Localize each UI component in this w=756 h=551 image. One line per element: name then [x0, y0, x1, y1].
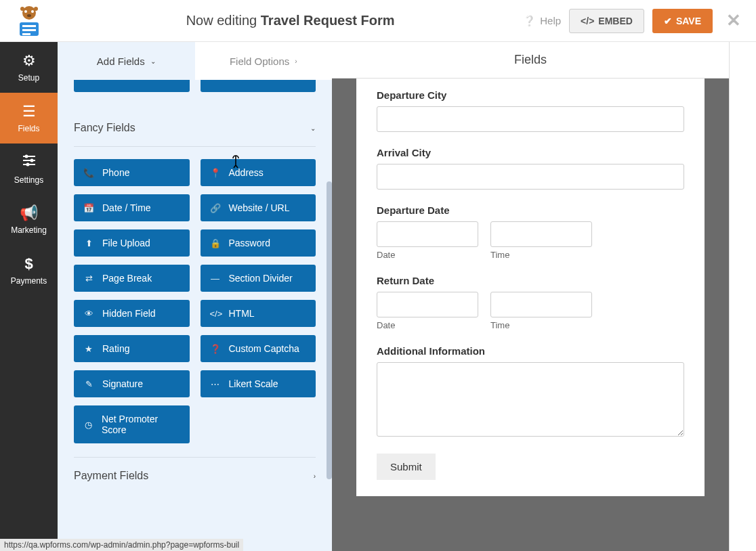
input-return-date[interactable]: [377, 292, 478, 317]
field-html[interactable]: </>HTML: [201, 300, 316, 327]
ellipsis-icon: ⋯: [210, 379, 221, 389]
field-upload[interactable]: ⬆File Upload: [74, 229, 190, 257]
sublabel-time: Time: [490, 320, 592, 330]
input-departure-time[interactable]: [490, 221, 592, 247]
gear-icon: ⚙: [22, 52, 36, 70]
phone-icon: 📞: [83, 168, 94, 178]
field-departure-city[interactable]: Departure City: [377, 89, 684, 132]
svg-point-4: [20, 7, 24, 11]
label-arrival-city: Arrival City: [377, 147, 684, 158]
tab-add-fields[interactable]: Add Fields ⌄: [58, 42, 195, 80]
nav-payments[interactable]: $ Payments: [0, 245, 58, 296]
pagebreak-icon: ⇄: [83, 273, 94, 284]
save-button[interactable]: ✔ SAVE: [652, 9, 713, 33]
scrollbar-track[interactable]: [327, 181, 332, 537]
eye-slash-icon: 👁: [83, 309, 94, 319]
svg-point-2: [31, 10, 34, 13]
list-icon: ☰: [22, 103, 36, 120]
right-edge: [729, 42, 756, 551]
svg-point-5: [34, 7, 38, 11]
field-datetime[interactable]: 📅Date / Time: [74, 194, 190, 221]
field-phone[interactable]: 📞Phone: [74, 159, 190, 186]
label-departure-date: Departure Date: [377, 204, 684, 216]
field-hidden[interactable]: 👁Hidden Field: [74, 300, 190, 327]
field-likert[interactable]: ⋯Likert Scale: [201, 370, 316, 397]
input-departure-date[interactable]: [377, 221, 478, 247]
label-return-date: Return Date: [377, 275, 684, 286]
chevron-down-icon: ⌄: [310, 125, 316, 132]
status-bar: https://qa.wpforms.com/wp-admin/admin.ph…: [0, 539, 243, 551]
field-section[interactable]: —Section Divider: [201, 265, 316, 292]
nav-setup[interactable]: ⚙ Setup: [0, 42, 58, 93]
svg-point-14: [30, 159, 33, 162]
gauge-icon: ◷: [83, 420, 93, 430]
nav-settings[interactable]: Settings: [0, 144, 58, 194]
link-icon: 🔗: [210, 203, 221, 213]
svg-point-1: [24, 10, 27, 13]
pencil-icon: ✎: [83, 379, 94, 389]
section-payment-fields[interactable]: Payment Fields ›: [74, 457, 316, 494]
svg-point-13: [24, 155, 28, 158]
label-additional-info: Additional Information: [377, 345, 684, 357]
main-header: Fields: [332, 42, 729, 79]
svg-rect-9: [22, 33, 30, 35]
input-arrival-city[interactable]: [377, 164, 684, 190]
nav-fields[interactable]: ☰ Fields: [0, 93, 58, 144]
app-logo: [0, 0, 58, 42]
sublabel-date: Date: [377, 250, 478, 260]
upload-icon: ⬆: [83, 238, 94, 248]
calendar-icon: 📅: [83, 203, 94, 213]
field-return-date[interactable]: Return Date Date Time: [377, 275, 684, 330]
textarea-additional-info[interactable]: [377, 362, 684, 437]
bullhorn-icon: 📢: [20, 204, 38, 222]
section-fancy-fields[interactable]: Fancy Fields ⌄: [74, 110, 316, 147]
field-additional-info[interactable]: Additional Information: [377, 345, 684, 439]
input-departure-city[interactable]: [377, 106, 684, 132]
svg-rect-7: [22, 25, 36, 27]
field-pill[interactable]: [74, 80, 190, 92]
field-rating[interactable]: ★Rating: [74, 335, 190, 362]
question-icon: ❓: [210, 344, 221, 354]
field-pagebreak[interactable]: ⇄Page Break: [74, 265, 190, 292]
sliders-icon: [22, 153, 37, 172]
input-return-time[interactable]: [490, 292, 592, 317]
code-icon: </>: [210, 309, 221, 319]
check-icon: ✔: [664, 16, 672, 26]
field-arrival-city[interactable]: Arrival City: [377, 147, 684, 190]
dollar-icon: $: [24, 255, 33, 273]
divider-icon: —: [210, 273, 221, 284]
field-captcha[interactable]: ❓Custom Captcha: [201, 335, 316, 362]
nav-marketing[interactable]: 📢 Marketing: [0, 194, 58, 245]
tab-field-options[interactable]: Field Options ›: [195, 42, 333, 80]
svg-point-0: [22, 6, 36, 20]
pin-icon: 📍: [210, 168, 221, 178]
label-departure-city: Departure City: [377, 89, 684, 101]
lock-icon: 🔒: [210, 238, 221, 248]
submit-button[interactable]: Submit: [377, 454, 436, 480]
field-website[interactable]: 🔗Website / URL: [201, 194, 316, 221]
help-icon: ❔: [523, 15, 536, 27]
scrollbar-thumb[interactable]: [327, 181, 332, 479]
chevron-right-icon: ›: [295, 58, 297, 65]
svg-rect-8: [22, 29, 36, 31]
close-icon[interactable]: ✕: [726, 10, 741, 31]
chevron-down-icon: ⌄: [150, 58, 156, 65]
help-link[interactable]: ❔ Help: [523, 15, 561, 27]
field-password[interactable]: 🔒Password: [201, 229, 316, 257]
chevron-right-icon: ›: [314, 472, 316, 480]
sublabel-date: Date: [377, 320, 478, 330]
field-pill[interactable]: [201, 80, 316, 92]
code-icon: </>: [581, 16, 594, 26]
star-icon: ★: [83, 344, 94, 354]
field-departure-date[interactable]: Departure Date Date Time: [377, 204, 684, 260]
field-address[interactable]: 📍Address: [201, 159, 316, 186]
page-title: Now editing Travel Request Form: [58, 13, 523, 28]
svg-point-3: [27, 14, 31, 17]
field-nps[interactable]: ◷Net Promoter Score: [74, 405, 190, 443]
sublabel-time: Time: [490, 250, 592, 260]
field-signature[interactable]: ✎Signature: [74, 370, 190, 397]
svg-point-15: [26, 163, 29, 167]
embed-button[interactable]: </> EMBED: [569, 9, 644, 33]
